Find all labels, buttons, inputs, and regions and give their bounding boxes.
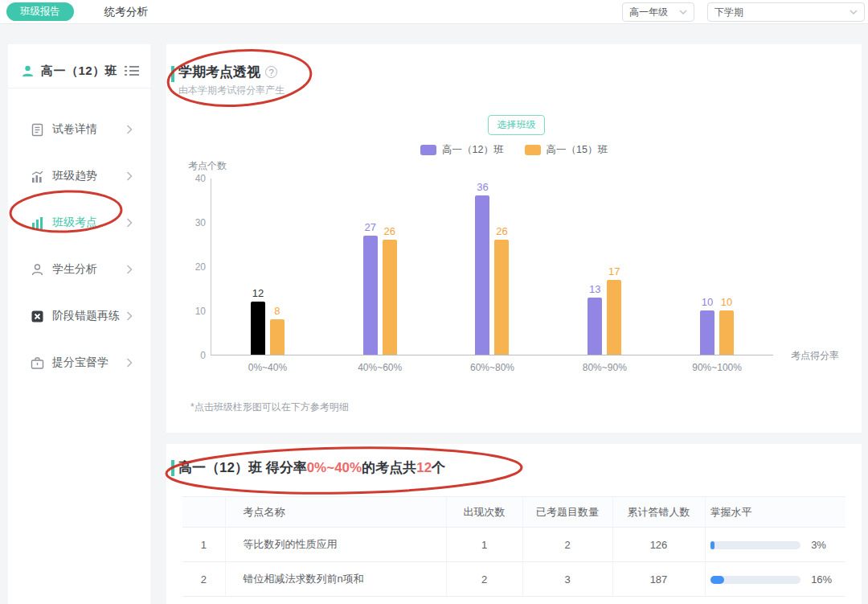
sidebar-item-stage-mistake-retry[interactable]: 阶段错题再练 xyxy=(8,293,150,339)
cell-appearances: 1 xyxy=(446,528,522,562)
sidebar-class-name: 高一（12）班 xyxy=(41,64,125,79)
sidebar-header: 高一（12）班 xyxy=(8,54,150,88)
chart-footnote: *点击班级柱形图可以在下方参考明细 xyxy=(190,401,349,414)
mastery-progress-track xyxy=(710,541,800,549)
chevron-right-icon xyxy=(126,171,133,181)
cell-mastery: 16% xyxy=(705,562,845,597)
chart-section-title: 学期考点透视 ? xyxy=(178,63,277,81)
bar-group: 272640%~60% xyxy=(363,221,397,355)
sidebar-menu: 试卷详情 班级趋势 班级考点 xyxy=(8,88,150,386)
legend-swatch-purple xyxy=(420,145,436,155)
x-axis-category: 80%~90% xyxy=(583,362,627,373)
sidebar-item-label: 试卷详情 xyxy=(52,122,126,137)
bar-wrap: 8 xyxy=(270,305,285,355)
sidebar-item-class-knowledge-points[interactable]: 班级考点 xyxy=(8,199,150,246)
bar-高一（12）班[interactable] xyxy=(475,195,489,355)
select-class-button[interactable]: 选择班级 xyxy=(488,115,545,135)
sidebar-item-score-boost-supervision[interactable]: 提分宝督学 xyxy=(8,339,150,386)
bar-高一（15）班[interactable] xyxy=(383,240,397,355)
list-menu-icon[interactable] xyxy=(125,65,139,76)
bar-wrap: 27 xyxy=(363,221,378,355)
y-axis-label: 考点个数 xyxy=(188,159,227,173)
x-axis-label: 考点得分率 xyxy=(791,349,839,363)
term-select[interactable]: 下学期 xyxy=(707,2,865,22)
sidebar-item-label: 阶段错题再练 xyxy=(52,309,126,323)
bar-高一（15）班[interactable] xyxy=(607,280,621,355)
detail-title-prefix: 高一（12）班 得分率 xyxy=(178,460,307,475)
y-axis-tick: 20 xyxy=(195,261,206,273)
cell-wrong-count: 187 xyxy=(612,562,705,597)
legend-item-class-15[interactable]: 高一（15）班 xyxy=(525,143,608,157)
bar-高一（15）班[interactable] xyxy=(719,310,734,355)
sidebar: 高一（12）班 试卷详情 xyxy=(8,44,150,604)
chevron-right-icon xyxy=(126,218,133,228)
grade-select[interactable]: 高一年级 xyxy=(622,2,694,22)
y-axis-tick: 0 xyxy=(200,350,206,361)
bar-高一（12）班[interactable] xyxy=(588,298,602,355)
x-axis-category: 0%~40% xyxy=(248,362,287,373)
term-select-value: 下学期 xyxy=(714,6,743,19)
header-question-count: 已考题目数量 xyxy=(522,497,612,528)
tab-unified-exam-analysis[interactable]: 统考分析 xyxy=(104,0,148,24)
bar-高一（15）班[interactable] xyxy=(494,240,509,355)
knowledge-point-table: 考点名称 出现次数 已考题目数量 累计答错人数 掌握水平 1 等比数列的性质应用… xyxy=(182,496,845,597)
bar-value-label: 10 xyxy=(721,296,732,308)
mastery-progress-track xyxy=(710,576,800,584)
cell-wrong-count: 126 xyxy=(612,528,705,562)
legend-item-class-12[interactable]: 高一（12）班 xyxy=(420,143,503,157)
bar-value-label: 10 xyxy=(702,296,713,308)
student-icon xyxy=(31,263,44,277)
cell-mastery: 3% xyxy=(705,528,845,562)
bar-groups: 1280%~40%272640%~60%362660%~80%131780%~9… xyxy=(211,179,773,355)
sidebar-item-exam-detail[interactable]: 试卷详情 xyxy=(8,106,150,153)
sidebar-item-student-analysis[interactable]: 学生分析 xyxy=(8,246,150,293)
header-wrong-count: 累计答错人数 xyxy=(612,497,705,528)
cell-kp-name: 错位相减法求数列前n项和 xyxy=(225,562,446,597)
table-header-row: 考点名称 出现次数 已考题目数量 累计答错人数 掌握水平 xyxy=(182,497,845,528)
detail-title-suffix: 个 xyxy=(432,460,445,475)
cell-index: 2 xyxy=(182,562,225,597)
tab-class-report[interactable]: 班级报告 xyxy=(6,2,74,21)
bar-value-label: 26 xyxy=(496,225,507,237)
chart-subtitle: 由本学期考试得分率产生 xyxy=(178,84,285,97)
bar-高一（12）班[interactable] xyxy=(363,236,378,355)
cell-index: 1 xyxy=(182,528,225,562)
bar-group: 131780%~90% xyxy=(588,265,621,355)
grade-select-value: 高一年级 xyxy=(629,6,668,19)
bar-value-label: 12 xyxy=(252,287,264,299)
chevron-down-icon xyxy=(850,10,858,14)
bar-高一（12）班[interactable] xyxy=(251,302,265,355)
chart-legend: 高一（12）班 高一（15）班 xyxy=(166,143,862,157)
briefcase-icon xyxy=(31,356,44,370)
sidebar-item-label: 班级趋势 xyxy=(52,169,126,183)
chevron-right-icon xyxy=(126,358,133,368)
bars-icon xyxy=(31,216,44,230)
bar-高一（15）班[interactable] xyxy=(270,319,285,355)
table-row: 1 等比数列的性质应用 1 2 126 3% xyxy=(182,528,845,562)
y-axis-tick: 40 xyxy=(195,173,206,184)
cell-question-count: 2 xyxy=(522,528,612,562)
chevron-right-icon xyxy=(126,311,133,321)
bar-wrap: 13 xyxy=(588,283,602,355)
table-row: 2 错位相减法求数列前n项和 2 3 187 16% xyxy=(182,562,845,597)
bar-value-label: 13 xyxy=(589,283,600,295)
x-axis-category: 40%~60% xyxy=(358,362,402,373)
bar-wrap: 10 xyxy=(700,296,714,355)
bar-value-label: 36 xyxy=(477,181,488,193)
header-appearances: 出现次数 xyxy=(446,497,522,528)
bar-高一（12）班[interactable] xyxy=(700,310,714,355)
cell-kp-name: 等比数列的性质应用 xyxy=(225,528,446,562)
section-accent-bar xyxy=(171,66,174,82)
bar-group: 362660%~80% xyxy=(475,181,509,355)
sidebar-item-class-trend[interactable]: 班级趋势 xyxy=(8,153,150,199)
header-kp-name: 考点名称 xyxy=(225,497,446,528)
sidebar-item-label: 班级考点 xyxy=(52,216,126,230)
sidebar-item-label: 学生分析 xyxy=(52,262,126,277)
help-icon[interactable]: ? xyxy=(265,66,277,78)
bar-value-label: 27 xyxy=(364,221,375,233)
top-bar: 班级报告 统考分析 高一年级 下学期 xyxy=(0,0,868,24)
bar-wrap: 26 xyxy=(494,225,509,355)
chevron-down-icon xyxy=(679,10,687,14)
chevron-right-icon xyxy=(126,125,133,134)
bar-group: 1280%~40% xyxy=(251,287,285,355)
